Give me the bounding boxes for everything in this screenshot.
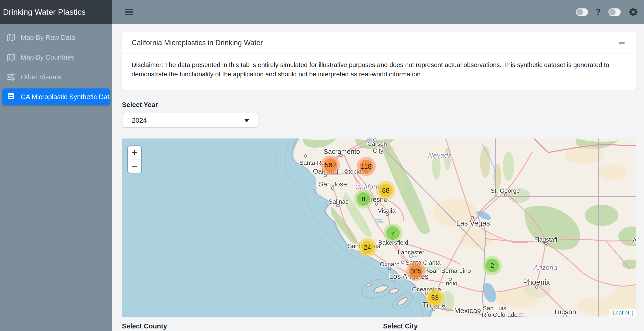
- toggle-knob: [576, 9, 583, 15]
- attribution-separator: |: [632, 309, 633, 316]
- city-dot: [432, 308, 436, 311]
- year-select-value: 2024: [132, 116, 147, 124]
- cluster-count: 8: [357, 192, 370, 206]
- question-icon[interactable]: ?: [596, 7, 601, 17]
- cluster-count: 562: [324, 158, 337, 172]
- cluster-count: 7: [386, 226, 400, 240]
- city-dot: [340, 154, 343, 157]
- disclaimer-text: Disclaimer: The data presented in this t…: [122, 54, 632, 90]
- toggle-knob: [609, 9, 616, 15]
- cluster-count: 24: [361, 241, 374, 254]
- city-dot: [324, 174, 327, 177]
- state-label: Arizona: [534, 264, 558, 272]
- city-label: Carson: [368, 140, 387, 147]
- navbar-controls: ?: [576, 7, 638, 17]
- cluster-marker-8[interactable]: 8: [354, 190, 373, 208]
- minus-icon: [618, 42, 625, 44]
- city-label: Mexicali: [454, 306, 480, 315]
- leaflet-map[interactable]: SacramentoCarsonCitySanta RosaOaklandSto…: [122, 138, 636, 317]
- city-dot: [388, 267, 391, 270]
- sidebar-item-map-by-raw-data[interactable]: Map By Raw Data: [2, 29, 110, 46]
- city-dot: [401, 260, 404, 264]
- city-dot: [535, 286, 538, 289]
- collapse-card-button[interactable]: [617, 38, 626, 48]
- city-label: San Bernardino: [429, 267, 471, 274]
- cluster-marker-562[interactable]: 562: [321, 156, 340, 174]
- city-label: San Luis: [483, 305, 506, 312]
- city-dot: [564, 314, 567, 317]
- cluster-marker-305[interactable]: 305: [406, 262, 426, 281]
- year-select[interactable]: 2024: [122, 113, 258, 128]
- sidebar: Drinking Water Plastics Map By Raw Data …: [0, 0, 112, 331]
- select-year-label: Select Year: [122, 101, 636, 109]
- map-zoom-control: + −: [127, 146, 142, 174]
- city-dot: [544, 242, 548, 245]
- map-icon: [6, 33, 16, 42]
- cluster-count: 118: [360, 160, 373, 173]
- app-root: Drinking Water Plastics Map By Raw Data …: [0, 0, 644, 331]
- page-content: California Microplastics in Drinking Wat…: [112, 24, 644, 331]
- city-label: Río Colorado: [482, 311, 517, 318]
- sidebar-menu: Map By Raw Data Map By Countries Other V…: [0, 24, 112, 105]
- city-dot: [304, 154, 307, 158]
- city-dot: [427, 268, 430, 272]
- sidebar-item-label: Other Visuals: [21, 73, 61, 81]
- info-card: California Microplastics in Drinking Wat…: [122, 32, 636, 90]
- card-header: California Microplastics in Drinking Wat…: [122, 32, 636, 54]
- database-icon: [6, 92, 16, 102]
- sidebar-item-other-visuals[interactable]: Other Visuals: [2, 69, 110, 86]
- map-attribution: Leaflet|: [609, 309, 636, 317]
- card-title: California Microplastics in Drinking Wat…: [132, 38, 263, 48]
- city-dot: [409, 254, 412, 258]
- map-icon: [6, 52, 16, 62]
- state-label: Nevada: [428, 152, 452, 159]
- select-city-label: Select City: [383, 322, 636, 330]
- city-dot: [375, 202, 378, 206]
- city-dot: [504, 193, 507, 196]
- cluster-marker-7[interactable]: 7: [384, 224, 402, 242]
- city-dot: [336, 204, 340, 207]
- toggle-switch-1[interactable]: [576, 8, 588, 16]
- sidebar-item-label: Map By Raw Data: [21, 34, 75, 42]
- city-dot: [471, 216, 474, 219]
- cluster-count: 53: [428, 291, 442, 304]
- city-dot: [331, 186, 334, 190]
- hamburger-icon[interactable]: [125, 8, 134, 15]
- city-label: City: [373, 147, 384, 154]
- city-dot: [344, 170, 348, 173]
- sidebar-item-label: Map By Countries: [21, 54, 74, 61]
- top-navbar: ?: [112, 0, 644, 24]
- city-label: Phoenix: [523, 278, 550, 286]
- chevron-down-icon: [244, 119, 250, 122]
- city-dot: [386, 213, 389, 216]
- sidebar-item-map-by-countries[interactable]: Map By Countries: [2, 49, 110, 66]
- bottom-filter-row: Select County Select City: [122, 322, 636, 330]
- main-area: ? California Microplastics in Drinking W…: [112, 0, 644, 331]
- cluster-marker-88[interactable]: 88: [376, 181, 395, 200]
- zoom-in-button[interactable]: +: [128, 146, 141, 160]
- cluster-count: 305: [409, 264, 422, 278]
- gear-icon[interactable]: [628, 7, 638, 17]
- cluster-marker-2[interactable]: 2: [483, 256, 502, 275]
- select-county-label: Select County: [122, 322, 379, 330]
- city-label: A: [632, 236, 636, 244]
- cluster-count: 2: [486, 259, 499, 272]
- city-dot: [449, 278, 452, 281]
- sidebar-item-label: CA Microplastic Synthetic Data: [21, 93, 110, 101]
- cluster-count: 88: [379, 184, 392, 197]
- sidebar-item-ca-microplastic-synthetic-data[interactable]: CA Microplastic Synthetic Data: [2, 88, 110, 105]
- cluster-marker-24[interactable]: 24: [358, 238, 377, 257]
- city-label: Las Vegas: [456, 219, 490, 228]
- map-markers-layer: 562118888724305253: [122, 138, 636, 317]
- zoom-out-button[interactable]: −: [128, 160, 141, 173]
- leaflet-link[interactable]: Leaflet: [612, 309, 629, 316]
- cluster-marker-118[interactable]: 118: [357, 157, 376, 176]
- city-dot: [478, 309, 481, 312]
- app-title: Drinking Water Plastics: [0, 0, 112, 24]
- cluster-marker-53[interactable]: 53: [426, 288, 444, 307]
- toggle-switch-2[interactable]: [608, 8, 621, 16]
- sliders-icon: [6, 72, 16, 82]
